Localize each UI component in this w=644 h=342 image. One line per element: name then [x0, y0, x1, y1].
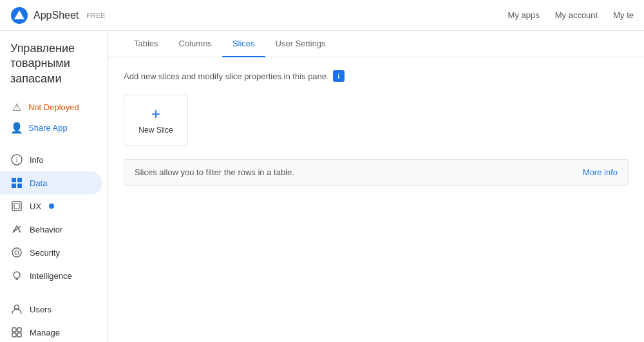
svg-rect-6 [12, 184, 16, 188]
header-nav: My apps My account My te [508, 10, 634, 20]
tab-user-settings[interactable]: User Settings [265, 31, 336, 57]
sidebar-item-data-label: Data [30, 178, 47, 188]
share-app-label: Share App [28, 123, 68, 133]
svg-rect-7 [17, 184, 22, 188]
svg-rect-4 [12, 178, 16, 182]
not-deployed-action[interactable]: ⚠ Not Deployed [0, 97, 108, 117]
top-header: AppSheet FREE My apps My account My te [0, 0, 644, 31]
sidebar-item-security[interactable]: Security [0, 241, 102, 264]
sidebar-item-ux-label: UX [30, 202, 41, 211]
share-app-icon: 👤 [10, 121, 23, 134]
tab-tables[interactable]: Tables [124, 31, 169, 57]
sidebar-item-users-label: Users [30, 305, 52, 314]
tab-columns[interactable]: Columns [169, 31, 222, 57]
description-info-icon[interactable]: i [333, 70, 345, 82]
app-name: AppSheet [33, 10, 79, 21]
svg-point-13 [14, 272, 20, 278]
header-nav-my-account[interactable]: My account [555, 10, 598, 20]
behavior-icon [10, 223, 23, 236]
sidebar: Управление товарными запасами ⚠ Not Depl… [0, 31, 108, 342]
logo-area: AppSheet FREE [10, 6, 106, 24]
page-content: Add new slices and modify slice properti… [108, 57, 644, 198]
svg-rect-8 [12, 202, 21, 211]
svg-point-12 [15, 251, 19, 254]
svg-rect-20 [17, 333, 21, 337]
header-nav-my-apps[interactable]: My apps [508, 10, 540, 20]
intelligence-icon [10, 269, 23, 282]
app-badge: FREE [86, 12, 105, 19]
info-icon: i [10, 153, 23, 166]
content-area: Tables Columns Slices User Settings Add … [108, 31, 644, 342]
svg-rect-9 [14, 204, 19, 209]
sidebar-item-users[interactable]: Users [0, 298, 102, 321]
main-layout: Управление товарными запасами ⚠ Not Depl… [0, 31, 644, 342]
data-icon [10, 176, 23, 189]
description-text: Add new slices and modify slice properti… [124, 71, 329, 81]
sidebar-item-manage[interactable]: Manage [0, 321, 102, 342]
security-icon [10, 246, 23, 259]
svg-rect-18 [17, 328, 21, 332]
sidebar-item-behavior[interactable]: Behavior [0, 218, 102, 241]
sidebar-item-behavior-label: Behavior [30, 225, 62, 234]
sidebar-item-manage-label: Manage [30, 328, 60, 337]
tabs-bar: Tables Columns Slices User Settings [108, 31, 644, 57]
svg-line-10 [13, 226, 21, 233]
svg-text:i: i [16, 157, 17, 164]
ux-icon [10, 200, 23, 213]
info-banner-text: Slices allow you to filter the rows in a… [135, 167, 294, 177]
sidebar-main-nav: i Info Data UX Behavi [0, 146, 108, 290]
svg-point-11 [12, 248, 21, 257]
more-info-link[interactable]: More info [583, 167, 618, 177]
sidebar-item-security-label: Security [30, 248, 60, 258]
new-slice-label: New Slice [138, 126, 173, 135]
appsheet-logo-icon [10, 6, 28, 24]
svg-rect-19 [12, 333, 16, 337]
not-deployed-icon: ⚠ [10, 100, 23, 113]
header-nav-my-te[interactable]: My te [613, 10, 634, 20]
sidebar-item-intelligence-label: Intelligence [30, 271, 72, 281]
users-icon [10, 303, 23, 316]
app-title: Управление товарными запасами [0, 31, 108, 94]
ux-dot [49, 204, 54, 209]
sidebar-bottom-nav: Users Manage [0, 295, 108, 342]
svg-rect-5 [17, 178, 22, 182]
page-description: Add new slices and modify slice properti… [124, 70, 629, 82]
not-deployed-label: Not Deployed [28, 102, 79, 112]
share-app-action[interactable]: 👤 Share App [0, 117, 108, 138]
plus-icon: + [151, 106, 160, 122]
sidebar-item-data[interactable]: Data [0, 171, 102, 195]
tab-slices[interactable]: Slices [222, 31, 265, 57]
sidebar-item-intelligence[interactable]: Intelligence [0, 264, 102, 287]
sidebar-actions: ⚠ Not Deployed 👤 Share App [0, 94, 108, 140]
svg-rect-17 [12, 328, 16, 332]
info-banner: Slices allow you to filter the rows in a… [124, 159, 629, 185]
sidebar-item-info-label: Info [30, 155, 44, 165]
sidebar-item-info[interactable]: i Info [0, 148, 102, 171]
new-slice-card[interactable]: + New Slice [124, 95, 188, 146]
manage-icon [10, 326, 23, 339]
sidebar-item-ux[interactable]: UX [0, 195, 102, 218]
